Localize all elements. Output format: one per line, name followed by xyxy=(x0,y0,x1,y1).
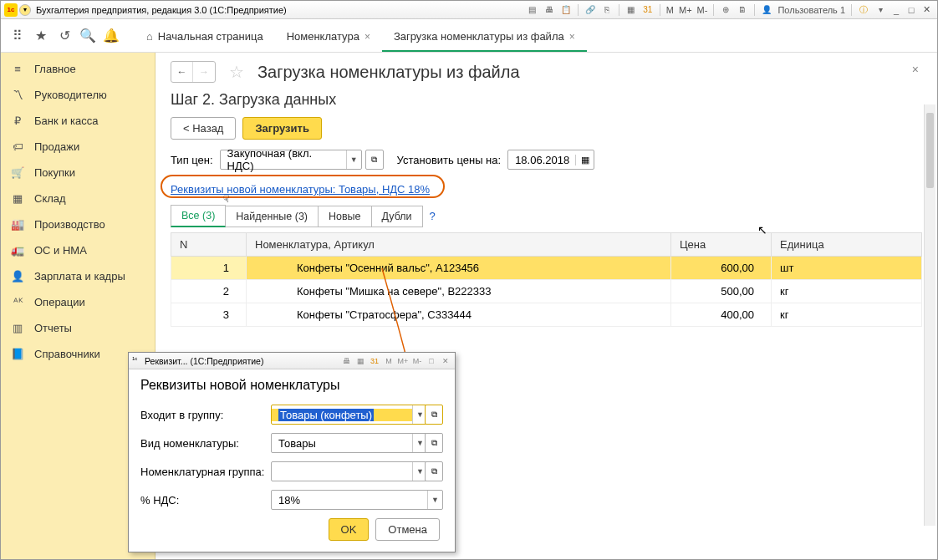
tab-home[interactable]: ⌂ Начальная страница xyxy=(135,22,275,52)
maximize-button[interactable]: □ xyxy=(426,355,437,367)
sidebar-label: Покупки xyxy=(34,166,75,179)
sidebar-bank[interactable]: ₽Банк и касса xyxy=(1,108,155,134)
modal-title: Реквизиты новой номенклатуры xyxy=(140,378,443,393)
calc-icon[interactable]: ▦ xyxy=(624,3,638,17)
open-external-button[interactable]: ⧉ xyxy=(425,461,443,481)
title-bar: 1c ▾ Бухгалтерия предприятия, редакция 3… xyxy=(1,1,937,19)
info-drop-icon[interactable]: ▾ xyxy=(874,3,887,17)
calendar-icon[interactable]: ▦ xyxy=(575,155,594,165)
close-button[interactable]: ✕ xyxy=(440,355,451,367)
sidebar-purchases[interactable]: 🛒Покупки xyxy=(1,160,155,186)
col-n: N xyxy=(171,233,247,257)
sidebar-reports[interactable]: ▥Отчеты xyxy=(1,315,155,341)
load-button[interactable]: Загрузить xyxy=(242,117,321,140)
close-button[interactable]: ✕ xyxy=(920,4,933,16)
date-input[interactable]: 18.06.2018 ▦ xyxy=(507,150,594,170)
m-minus-button[interactable]: M- xyxy=(697,5,708,15)
bars-icon: ▥ xyxy=(11,322,24,334)
subtab-duplicates[interactable]: Дубли xyxy=(372,206,423,227)
dropdown-icon[interactable]: ▼ xyxy=(427,491,442,509)
price-type-select[interactable]: Закупочная (вкл. НДС) ▼ xyxy=(220,150,362,170)
group-select[interactable]: Товары (конфеты) ▼ xyxy=(271,405,428,425)
modal-nomenclature-props: 1c Реквизит... (1С:Предприятие) 🖶 ▦ 31 M… xyxy=(128,352,456,552)
new-nomenclature-link[interactable]: Реквизиты новой номенклатуры: Товары, НД… xyxy=(171,183,430,196)
cell-unit: кг xyxy=(772,280,922,303)
m-minus-button[interactable]: M- xyxy=(411,355,423,367)
zoom-icon[interactable]: ⊕ xyxy=(719,3,732,17)
back-button[interactable]: < Назад xyxy=(171,117,236,140)
sidebar-assets[interactable]: 🚛ОС и НМА xyxy=(1,237,155,263)
cancel-button[interactable]: Отмена xyxy=(375,518,440,541)
app-menu-dropdown[interactable]: ▾ xyxy=(19,4,31,16)
sidebar-label: Руководителю xyxy=(34,89,107,101)
sidebar-label: Главное xyxy=(34,63,76,75)
sidebar-salary[interactable]: 👤Зарплата и кадры xyxy=(1,263,155,289)
info-icon[interactable]: ⓘ xyxy=(857,3,870,17)
history-icon[interactable]: ↺ xyxy=(53,24,76,48)
price-type-label: Тип цен: xyxy=(171,154,213,166)
compare-icon[interactable]: ⎘ xyxy=(600,3,614,17)
minimize-button[interactable]: _ xyxy=(890,4,903,16)
nav-forward-button[interactable]: → xyxy=(193,62,215,82)
scrollbar[interactable] xyxy=(924,104,935,526)
search-icon[interactable]: 🔍 xyxy=(76,24,99,48)
star-icon[interactable]: ★ xyxy=(29,24,53,48)
m-button[interactable]: M xyxy=(383,355,395,367)
sidebar-manager[interactable]: 〽Руководителю xyxy=(1,82,155,108)
nav-back-button[interactable]: ← xyxy=(171,62,193,82)
favorite-icon[interactable]: ☆ xyxy=(229,62,244,82)
open-external-button[interactable]: ⧉ xyxy=(425,433,443,453)
maximize-button[interactable]: □ xyxy=(905,4,918,16)
ok-button[interactable]: OK xyxy=(329,518,370,541)
tab-nomenclature[interactable]: Номенклатура × xyxy=(275,22,382,52)
subtab-new[interactable]: Новые xyxy=(319,206,372,227)
col-price: Цена xyxy=(671,233,772,257)
doc-icon[interactable]: 🗎 xyxy=(736,3,749,17)
data-table: N Номенклатура, Артикул Цена Единица 1 К… xyxy=(171,232,922,327)
type-select[interactable]: Товары ▼ xyxy=(271,433,428,453)
m-plus-button[interactable]: M+ xyxy=(397,355,409,367)
open-external-button[interactable]: ⧉ xyxy=(365,150,384,170)
sidebar-main[interactable]: ≡Главное xyxy=(1,56,155,82)
tab-load-from-file[interactable]: Загрузка номенклатуры из файла × xyxy=(382,22,587,52)
subtab-all[interactable]: Все (3) xyxy=(171,205,226,227)
print-preview-icon[interactable]: ▤ xyxy=(526,3,539,17)
help-icon[interactable]: ? xyxy=(430,210,436,222)
table-row[interactable]: 2 Конфеты "Мишка на севере", B222333 500… xyxy=(171,280,922,303)
apps-icon[interactable]: ⠿ xyxy=(6,24,29,48)
calc-icon[interactable]: ▦ xyxy=(354,355,366,367)
cell-price: 600,00 xyxy=(671,257,772,280)
table-row[interactable]: 3 Конфеты "Стратосфера", C333444 400,00 … xyxy=(171,303,922,327)
tab-load-label: Загрузка номенклатуры из файла xyxy=(394,30,564,43)
dropdown-icon[interactable]: ▼ xyxy=(346,150,361,169)
m-plus-button[interactable]: M+ xyxy=(679,5,692,15)
subtab-found[interactable]: Найденные (3) xyxy=(226,206,319,227)
sidebar-operations[interactable]: ᴬᴷОперации xyxy=(1,289,155,315)
close-icon[interactable]: × xyxy=(569,31,575,43)
col-unit: Единица xyxy=(772,233,922,257)
sidebar-sales[interactable]: 🏷Продажи xyxy=(1,134,155,160)
link-icon[interactable]: 🔗 xyxy=(584,3,597,17)
sidebar-label: ОС и НМА xyxy=(34,244,87,257)
calendar-icon[interactable]: 31 xyxy=(641,3,655,17)
table-row[interactable]: 1 Конфеты "Осенний вальс", A123456 600,0… xyxy=(171,257,922,280)
m-button[interactable]: M xyxy=(666,5,674,15)
sidebar-label: Производство xyxy=(34,218,105,231)
cell-n: 3 xyxy=(171,303,247,327)
clipboard-icon[interactable]: 📋 xyxy=(559,3,573,17)
vat-select[interactable]: 18% ▼ xyxy=(271,490,443,510)
sidebar-label: Отчеты xyxy=(34,322,72,334)
print-icon[interactable]: 🖶 xyxy=(340,355,352,367)
sidebar-warehouse[interactable]: ▦Склад xyxy=(1,186,155,211)
print-icon[interactable]: 🖶 xyxy=(543,3,556,17)
close-icon[interactable]: × xyxy=(364,31,370,43)
nomgroup-select[interactable]: ▼ xyxy=(271,461,428,481)
sidebar-label: Справочники xyxy=(34,348,100,360)
scrollbar-thumb[interactable] xyxy=(926,113,934,188)
type-value: Товары xyxy=(272,437,412,450)
bell-icon[interactable]: 🔔 xyxy=(99,24,123,48)
open-external-button[interactable]: ⧉ xyxy=(425,405,443,425)
close-page-button[interactable]: × xyxy=(912,63,919,76)
calendar-icon[interactable]: 31 xyxy=(369,355,380,367)
sidebar-production[interactable]: 🏭Производство xyxy=(1,211,155,237)
